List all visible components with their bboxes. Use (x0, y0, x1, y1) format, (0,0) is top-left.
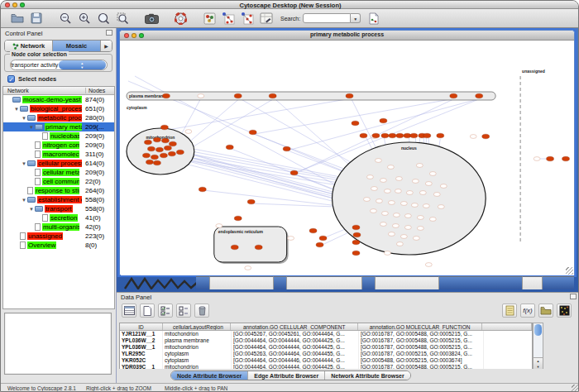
network-node[interactable] (346, 93, 353, 98)
network-node[interactable] (316, 242, 323, 247)
vizmapper-icon[interactable] (201, 11, 218, 26)
tree-row[interactable]: nucleobase-209(0) (3, 131, 114, 141)
network-node[interactable] (393, 213, 400, 218)
network-node[interactable] (419, 191, 426, 195)
network-node[interactable] (384, 189, 390, 194)
network-node[interactable] (375, 159, 381, 163)
network-node[interactable] (153, 137, 160, 142)
annotation-icon[interactable] (502, 304, 517, 318)
column-header[interactable]: ID (120, 323, 163, 330)
network-node[interactable] (482, 134, 490, 139)
tree-row[interactable]: secretion41(0) (3, 213, 114, 222)
snapshot-icon[interactable] (143, 11, 160, 26)
network-node[interactable] (389, 133, 396, 138)
network-node[interactable] (366, 175, 373, 179)
background-window-sliver[interactable] (286, 276, 362, 289)
network-node[interactable] (392, 224, 399, 228)
column-header[interactable]: _cellularLayoutRegion (163, 323, 232, 330)
network-node[interactable] (352, 240, 360, 245)
tab-mosaic[interactable]: Mosaic (53, 41, 101, 51)
network-node[interactable] (319, 236, 327, 241)
network-node[interactable] (176, 150, 184, 155)
tree-row[interactable]: ▼metabolic process280(0) (3, 113, 114, 122)
network-node[interactable] (470, 135, 476, 139)
column-header[interactable] (482, 323, 532, 330)
background-window-sliver[interactable] (209, 276, 274, 289)
network-node[interactable] (352, 251, 360, 256)
zoom-selected-icon[interactable] (114, 11, 131, 26)
network-node[interactable] (404, 133, 411, 138)
tree-row[interactable]: cell communicat22(0) (3, 177, 114, 186)
network-node[interactable] (226, 145, 233, 150)
tree-row[interactable]: nitrogen compo209(0) (3, 141, 114, 150)
network-node[interactable] (381, 212, 388, 216)
network-node[interactable] (450, 93, 457, 98)
network-node[interactable] (198, 94, 204, 98)
network-node[interactable] (404, 214, 411, 218)
float-panel-icon[interactable] (106, 30, 112, 36)
tree-row[interactable]: ▼primary metabo209(... (3, 122, 114, 131)
network-node[interactable] (169, 141, 176, 146)
data-panel-float-icon[interactable] (570, 294, 577, 299)
zoom-out-icon[interactable] (57, 11, 74, 26)
network-node[interactable] (411, 203, 418, 208)
network-node[interactable] (395, 189, 401, 194)
network-node[interactable] (249, 130, 256, 135)
tree-row[interactable]: multi-organism pro42(0) (3, 222, 114, 232)
network-node[interactable] (363, 198, 370, 202)
tree-row[interactable]: unassigned223(0) (3, 232, 114, 241)
column-header[interactable]: annotation.GO CELLULAR_COMPONENT (231, 323, 357, 330)
network-node[interactable] (417, 216, 423, 220)
tab-node-attribute-browser[interactable]: Node Attribute Browser (171, 371, 248, 380)
tree-row[interactable]: ▼cellular process614(0) (3, 159, 114, 168)
network-node[interactable] (288, 237, 294, 241)
network-node[interactable] (438, 205, 444, 209)
network-node[interactable] (476, 93, 483, 98)
expand-triangle-icon[interactable]: ▼ (21, 198, 27, 203)
expand-triangle-icon[interactable]: ▼ (21, 116, 27, 121)
unselect-attributes-icon[interactable] (176, 304, 191, 318)
network-node[interactable] (429, 218, 436, 222)
network-node[interactable] (290, 170, 298, 175)
network-node[interactable] (153, 160, 160, 165)
select-attributes-icon[interactable] (158, 304, 173, 318)
table-scrollbar[interactable]: ▲▼ (533, 323, 543, 370)
expand-triangle-icon[interactable]: ▼ (28, 125, 35, 130)
network-node[interactable] (231, 245, 238, 250)
background-window-sliver[interactable] (522, 276, 543, 289)
birdseye-overview[interactable] (4, 313, 112, 375)
table-row[interactable]: YLR295Ccytoplasm[GO:0045263, GO:0044464,… (120, 351, 532, 357)
network-node[interactable] (380, 118, 387, 123)
network-node[interactable] (309, 228, 317, 233)
table-row[interactable]: YPL036W__1mitochondrion[GO:0044464, GO:0… (120, 344, 532, 351)
search-input[interactable] (303, 13, 351, 23)
layout-icon-1[interactable] (220, 11, 237, 26)
tree-row[interactable]: Overview8(0) (3, 241, 114, 250)
network-node[interactable] (199, 187, 206, 192)
network-node[interactable] (433, 193, 440, 197)
tree-row[interactable]: ▼biological_process651(0) (3, 104, 114, 113)
network-node[interactable] (400, 235, 407, 239)
network-node[interactable] (388, 201, 395, 205)
tree-row[interactable]: mosaic-demo-yeast874(0) (3, 95, 114, 104)
table-icon[interactable] (122, 304, 136, 318)
matrix-icon[interactable] (557, 304, 572, 318)
network-node[interactable] (142, 153, 150, 158)
network-node[interactable] (396, 133, 404, 138)
network-node[interactable] (413, 237, 419, 241)
scrollbar-arrows[interactable]: ▲▼ (534, 357, 543, 369)
attribute-browser-icon[interactable] (258, 11, 275, 26)
tree-row[interactable]: cellular metabol209(0) (3, 168, 114, 177)
select-nodes-checkbox[interactable]: ✓ (7, 75, 15, 83)
network-node[interactable] (562, 156, 570, 161)
help-icon[interactable] (172, 11, 189, 26)
network-node[interactable] (547, 156, 554, 161)
network-node[interactable] (352, 121, 359, 126)
expand-triangle-icon[interactable]: ▼ (13, 107, 20, 112)
network-node[interactable] (255, 245, 262, 250)
network-node[interactable] (156, 147, 163, 152)
network-node[interactable] (146, 160, 153, 165)
background-window-sliver[interactable] (543, 276, 574, 289)
import-network-icon[interactable] (366, 11, 382, 26)
network-node[interactable] (283, 146, 290, 151)
